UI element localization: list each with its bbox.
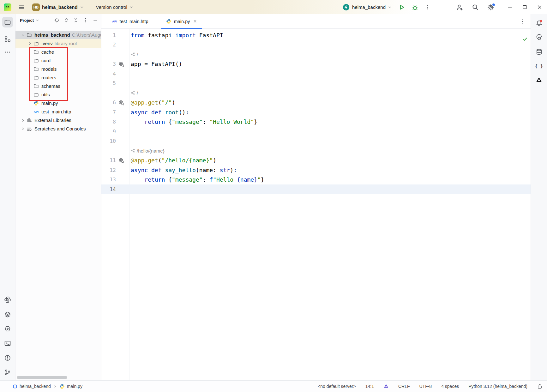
database-icon[interactable] bbox=[534, 47, 544, 57]
code-line-13[interactable]: 13 return {"message": f"Hello {name}"} bbox=[101, 175, 531, 185]
line-number[interactable]: 12 bbox=[101, 167, 116, 173]
code-line-2[interactable]: 2 bbox=[101, 40, 531, 50]
notifications-icon[interactable] bbox=[534, 19, 544, 28]
tree-item-schemas[interactable]: schemas bbox=[15, 82, 101, 90]
run-button[interactable] bbox=[398, 4, 405, 11]
code-line-9[interactable]: 9 bbox=[101, 127, 531, 136]
tab-main-py[interactable]: main.py bbox=[160, 14, 204, 28]
select-opened-file-icon[interactable] bbox=[54, 18, 59, 23]
python-interpreter-widget[interactable]: Python 3.12 (heima_backend) bbox=[468, 384, 527, 389]
chevron-right-icon[interactable] bbox=[20, 127, 26, 131]
endpoint-gutter-icon[interactable] bbox=[116, 100, 127, 106]
more-tool-windows-icon[interactable] bbox=[2, 47, 13, 57]
endpoint-inlay-hint[interactable]: / bbox=[101, 50, 531, 59]
code-line-1[interactable]: 1from fastapi import FastAPI bbox=[101, 30, 531, 40]
terminal-icon[interactable] bbox=[3, 339, 12, 348]
close-button[interactable] bbox=[532, 0, 547, 14]
code-line-12[interactable]: 12async def say_hello(name: str): bbox=[101, 165, 531, 175]
endpoints-braces-icon[interactable]: { } bbox=[534, 61, 544, 71]
line-number[interactable]: 1 bbox=[101, 32, 116, 38]
project-tool-window-icon[interactable] bbox=[2, 17, 13, 27]
line-number[interactable]: 10 bbox=[101, 138, 116, 144]
maximize-button[interactable] bbox=[517, 0, 532, 14]
line-number[interactable]: 13 bbox=[101, 177, 116, 183]
debug-button[interactable] bbox=[412, 4, 418, 11]
line-number[interactable]: 9 bbox=[101, 129, 116, 135]
version-control-menu[interactable]: Version control bbox=[96, 4, 133, 10]
endpoint-inlay-hint[interactable]: / bbox=[101, 88, 531, 98]
chevron-right-icon[interactable] bbox=[27, 42, 33, 45]
expand-all-icon[interactable] bbox=[64, 18, 69, 23]
line-number[interactable]: 11 bbox=[101, 157, 116, 163]
endpoint-gutter-icon[interactable] bbox=[116, 61, 127, 67]
tree-item-venv[interactable]: .venvlibrary root bbox=[15, 39, 101, 48]
lingma-plugin-icon[interactable] bbox=[534, 75, 544, 85]
line-separator-widget[interactable]: CRLF bbox=[398, 384, 410, 389]
encoding-widget[interactable]: UTF-8 bbox=[419, 384, 432, 389]
code-line-3[interactable]: 3app = FastAPI() bbox=[101, 59, 531, 69]
project-tool-window-title[interactable]: Project bbox=[20, 18, 34, 23]
close-tab-icon[interactable] bbox=[193, 19, 197, 23]
run-tool-window-icon[interactable] bbox=[3, 324, 12, 334]
breadcrumb-project[interactable]: heima_backend bbox=[13, 384, 51, 389]
code-line-4[interactable]: 4 bbox=[101, 69, 531, 79]
main-menu-icon[interactable] bbox=[18, 4, 25, 10]
line-number[interactable]: 7 bbox=[101, 109, 116, 115]
tab-options-icon[interactable] bbox=[520, 19, 526, 24]
settings-gear-icon[interactable] bbox=[487, 4, 494, 11]
chevron-down-icon[interactable] bbox=[35, 18, 39, 22]
tree-item-heima-backend[interactable]: heima_backendC:\Users\Augus bbox=[15, 31, 101, 39]
minimize-button[interactable] bbox=[502, 0, 517, 14]
default-server-widget[interactable]: <no default server> bbox=[318, 384, 356, 389]
readonly-toggle-icon[interactable] bbox=[537, 383, 543, 389]
tree-item-scratches-and-consoles[interactable]: Scratches and Consoles bbox=[15, 124, 101, 133]
run-config-name[interactable]: heima_backend bbox=[352, 4, 386, 10]
code-line-6[interactable]: 6@app.get("/") bbox=[101, 98, 531, 108]
chevron-down-icon[interactable] bbox=[388, 5, 392, 9]
more-run-actions-icon[interactable] bbox=[425, 4, 430, 10]
line-number[interactable]: 14 bbox=[101, 186, 116, 192]
lingma-status-icon[interactable] bbox=[383, 384, 389, 389]
chevron-right-icon[interactable] bbox=[20, 118, 26, 122]
endpoint-inlay-hint[interactable]: /hello/{name} bbox=[101, 146, 531, 156]
line-number[interactable]: 4 bbox=[101, 71, 116, 77]
ai-assistant-icon[interactable] bbox=[534, 33, 544, 42]
tab-test-main-http[interactable]: APItest_main.http bbox=[106, 14, 155, 28]
code-line-11[interactable]: 11@app.get("/hello/{name}") bbox=[101, 156, 531, 166]
line-number[interactable]: 3 bbox=[101, 61, 116, 67]
endpoint-gutter-icon[interactable] bbox=[116, 158, 127, 163]
tree-item-models[interactable]: models bbox=[15, 65, 101, 73]
structure-tool-window-icon[interactable] bbox=[2, 34, 13, 45]
tree-item-utils[interactable]: utils bbox=[15, 90, 101, 99]
line-number[interactable]: 8 bbox=[101, 119, 116, 125]
tool-window-options-icon[interactable] bbox=[83, 17, 88, 23]
tree-item-cache[interactable]: cache bbox=[15, 48, 101, 56]
code-line-5[interactable]: 5 bbox=[101, 79, 531, 88]
chevron-down-icon[interactable] bbox=[20, 33, 26, 37]
code-line-8[interactable]: 8 return {"message": "Hello World"} bbox=[101, 117, 531, 127]
collapse-all-icon[interactable] bbox=[73, 18, 78, 23]
hide-tool-window-icon[interactable] bbox=[93, 18, 98, 23]
line-number[interactable]: 6 bbox=[101, 100, 116, 106]
code-editor[interactable]: 1from fastapi import FastAPI2/3app = Fas… bbox=[101, 29, 531, 380]
python-packages-icon[interactable] bbox=[3, 295, 12, 305]
code-line-14[interactable]: 14 bbox=[101, 184, 531, 194]
version-control-icon[interactable] bbox=[3, 368, 12, 377]
indent-widget[interactable]: 4 spaces bbox=[441, 384, 459, 389]
line-number[interactable]: 5 bbox=[101, 80, 116, 86]
code-line-7[interactable]: 7async def root(): bbox=[101, 107, 531, 117]
tree-item-curd[interactable]: curd bbox=[15, 56, 101, 65]
horizontal-scrollbar-thumb[interactable] bbox=[17, 376, 67, 379]
code-line-10[interactable]: 10 bbox=[101, 136, 531, 146]
search-everywhere-icon[interactable] bbox=[472, 4, 479, 11]
breadcrumb-file[interactable]: main.py bbox=[59, 384, 82, 389]
tree-item-external-libraries[interactable]: External Libraries bbox=[15, 116, 101, 124]
services-icon[interactable] bbox=[3, 310, 12, 319]
tree-item-routers[interactable]: routers bbox=[15, 73, 101, 82]
project-selector[interactable]: HB heima_backend bbox=[32, 3, 84, 11]
tree-item-test-main-http[interactable]: APItest_main.http bbox=[15, 107, 101, 116]
fastapi-run-config-icon[interactable] bbox=[342, 3, 350, 11]
line-number[interactable]: 2 bbox=[101, 42, 116, 48]
tree-item-main-py[interactable]: main.py bbox=[15, 99, 101, 107]
problems-icon[interactable] bbox=[3, 353, 12, 363]
